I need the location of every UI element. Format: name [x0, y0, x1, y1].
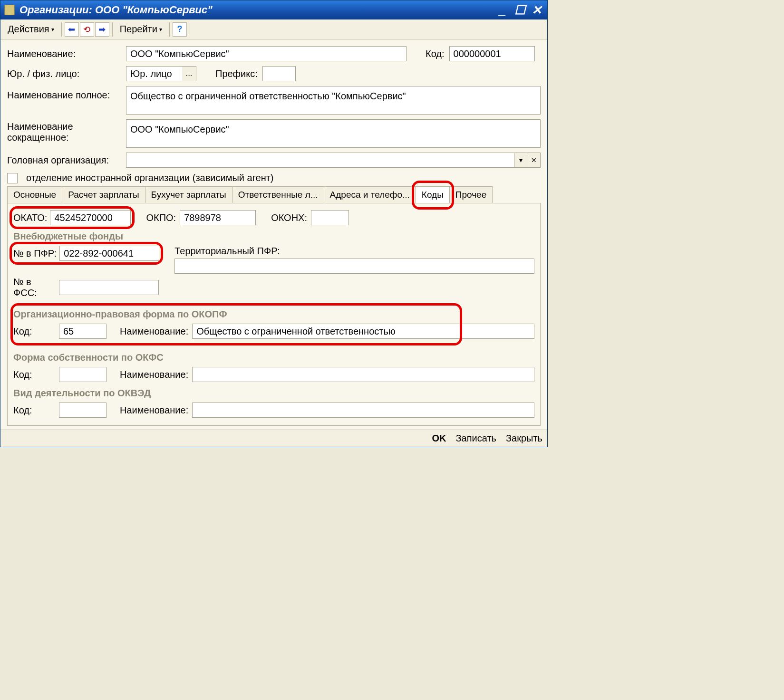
save-button[interactable]: Записать [456, 433, 496, 444]
tab-salary-calc[interactable]: Расчет зарплаты [62, 186, 145, 203]
full-name-field[interactable]: Общество с ограниченной ответственностью… [126, 86, 541, 115]
toolbar: Действия ▾ ⬅ ⟲ ➡ Перейти ▾ ? [0, 19, 547, 39]
tab-codes[interactable]: Коды [416, 186, 450, 203]
head-org-dropdown-button[interactable]: ▾ [514, 153, 527, 168]
ok-button[interactable]: OK [432, 433, 446, 444]
entity-type-label: Юр. / физ. лицо: [7, 68, 121, 79]
short-name-field[interactable]: ООО "КомпьюСервис" [126, 119, 541, 148]
okonh-field[interactable] [311, 210, 349, 225]
prefix-field[interactable] [262, 66, 296, 81]
okved-code-label: Код: [13, 405, 55, 416]
okved-name-label: Наименование: [120, 405, 188, 416]
code-label: Код: [426, 48, 445, 59]
head-org-field[interactable] [126, 153, 514, 168]
minimize-button[interactable]: _ [496, 3, 509, 18]
tab-other[interactable]: Прочее [449, 186, 493, 203]
okonh-label: ОКОНХ: [271, 212, 307, 223]
pfr-no-label: № в ПФР: [13, 248, 57, 259]
refresh-icon[interactable]: ⟲ [80, 22, 94, 37]
next-icon[interactable]: ➡ [95, 22, 109, 37]
tab-addresses[interactable]: Адреса и телефо... [324, 186, 416, 203]
titlebar: Организации: ООО "КомпьюСервис" _ ☐ ✕ [0, 0, 547, 19]
okfs-title: Форма собственности по ОКФС [13, 352, 534, 363]
code-field[interactable] [449, 46, 535, 61]
separator [169, 22, 170, 37]
name-field[interactable] [126, 46, 407, 61]
entity-type-select-button[interactable]: ... [182, 66, 196, 81]
okato-field[interactable] [50, 210, 131, 225]
separator [61, 22, 62, 37]
okved-name-field[interactable] [192, 403, 534, 418]
tab-salary-acct[interactable]: Бухучет зарплаты [145, 186, 232, 203]
okved-title: Вид деятельности по ОКВЭД [13, 388, 534, 399]
goto-label: Перейти [120, 24, 157, 35]
okfs-code-field[interactable] [59, 367, 106, 382]
okfs-name-label: Наименование: [120, 369, 188, 380]
foreign-branch-label: отделение иностранной организации (завис… [26, 173, 274, 183]
tab-main[interactable]: Основные [7, 186, 62, 203]
terr-pfr-label: Территориальный ПФР: [174, 246, 534, 257]
chevron-down-icon: ▾ [159, 26, 162, 33]
chevron-down-icon: ▾ [51, 26, 54, 33]
okfs-code-label: Код: [13, 369, 55, 380]
window: Организации: ООО "КомпьюСервис" _ ☐ ✕ Де… [0, 0, 548, 447]
short-name-label: Наименование сокращенное: [7, 119, 121, 143]
footer: OK Записать Закрыть [0, 430, 547, 447]
help-icon[interactable]: ? [173, 22, 187, 37]
actions-label: Действия [8, 24, 49, 35]
okpo-label: ОКПО: [146, 212, 176, 223]
okopf-code-field[interactable] [59, 324, 106, 339]
name-label: Наименование: [7, 48, 121, 59]
okato-label: ОКАТО: [13, 212, 47, 223]
fss-no-label: № в ФСС: [13, 277, 55, 298]
pfr-no-field[interactable] [59, 246, 159, 261]
app-icon [4, 5, 15, 15]
fss-no-field[interactable] [59, 280, 159, 295]
form-content: Наименование: Код: Юр. / физ. лицо: ... … [0, 39, 547, 430]
head-org-clear-button[interactable]: ✕ [527, 153, 541, 168]
close-button[interactable]: Закрыть [506, 433, 542, 444]
terr-pfr-field[interactable] [174, 259, 534, 274]
tabstrip: Основные Расчет зарплаты Бухучет зарплат… [7, 186, 541, 203]
funds-title: Внебюджетные фонды [13, 231, 534, 242]
tab-responsibles[interactable]: Ответственные л... [232, 186, 324, 203]
okopf-name-field[interactable] [192, 324, 534, 339]
prev-icon[interactable]: ⬅ [65, 22, 79, 37]
close-window-button[interactable]: ✕ [530, 3, 543, 18]
entity-type-field[interactable] [126, 66, 182, 81]
okpo-field[interactable] [180, 210, 256, 225]
separator [112, 22, 113, 37]
okfs-name-field[interactable] [192, 367, 534, 382]
codes-pane: ОКАТО: ОКПО: ОКОНХ: Внебюджетные фонды №… [7, 203, 541, 426]
window-title: Организации: ООО "КомпьюСервис" [19, 4, 496, 16]
okved-code-field[interactable] [59, 403, 106, 418]
actions-menu[interactable]: Действия ▾ [3, 22, 58, 37]
okopf-code-label: Код: [13, 326, 55, 337]
okopf-name-label: Наименование: [120, 326, 188, 337]
foreign-branch-checkbox[interactable] [7, 173, 18, 183]
goto-menu[interactable]: Перейти ▾ [116, 22, 166, 37]
okopf-title: Организационно-правовая форма по ОКОПФ [13, 309, 534, 320]
full-name-label: Наименование полное: [7, 86, 121, 101]
prefix-label: Префикс: [215, 68, 258, 79]
head-org-label: Головная организация: [7, 155, 121, 166]
maximize-button[interactable]: ☐ [513, 3, 526, 18]
